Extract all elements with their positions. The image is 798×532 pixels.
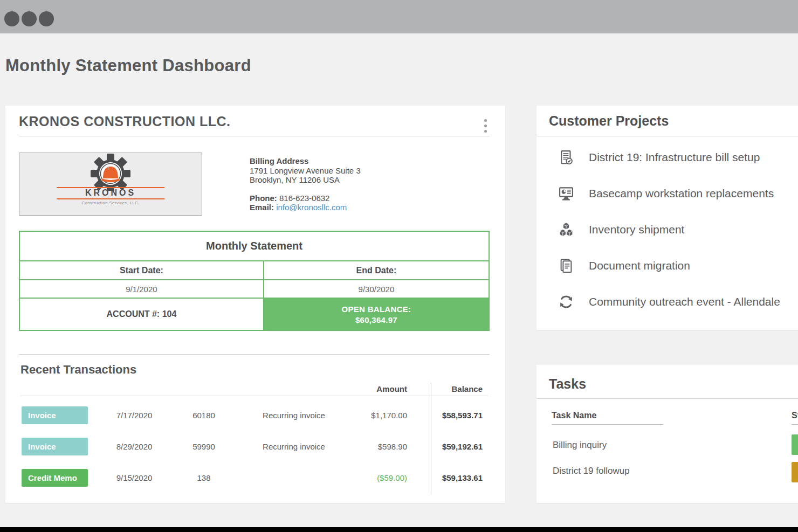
transaction-balance: $59,192.61 bbox=[431, 442, 488, 451]
customer-projects-heading: Customer Projects bbox=[549, 113, 669, 129]
transaction-balance: $58,593.71 bbox=[431, 411, 488, 420]
tasks-header-divider bbox=[536, 398, 798, 399]
project-item-label: District 19: Infrastructure bill setup bbox=[589, 151, 760, 164]
transactions-header-row: Amount Balance bbox=[20, 382, 488, 396]
projects-list: District 19: Infrastructure bill setup B… bbox=[536, 139, 798, 320]
company-logo: KRONOS Construction Services, LLC. bbox=[19, 153, 202, 216]
end-date-label: End Date: bbox=[264, 261, 489, 279]
start-date-label: Start Date: bbox=[20, 261, 264, 279]
transaction-number: 138 bbox=[181, 473, 227, 482]
monthly-statement-table: Monthly Statement Start Date: End Date: … bbox=[19, 231, 490, 331]
logo-company-name: KRONOS bbox=[57, 187, 164, 199]
bottom-bar bbox=[0, 527, 798, 532]
transaction-description: Recurring invoice bbox=[227, 442, 361, 451]
sync-arrows-icon bbox=[557, 293, 575, 311]
recent-transactions-heading: Recent Transactions bbox=[20, 363, 136, 377]
billing-email-line: Email: info@kronosllc.com bbox=[250, 203, 361, 212]
email-label: Email: bbox=[250, 203, 274, 212]
document-pages-icon bbox=[557, 257, 575, 275]
phone-value: 816-623-0632 bbox=[279, 194, 329, 203]
dashboard-screen: Monthly Statement Dashboard KRONOS CONST… bbox=[0, 0, 798, 532]
project-item-label: Document migration bbox=[589, 259, 690, 272]
task-status-badge[interactable] bbox=[792, 462, 798, 482]
transactions-table: Amount Balance Invoice 7/17/2020 60180 R… bbox=[20, 382, 488, 493]
transaction-description: Recurring invoice bbox=[227, 411, 361, 420]
open-balance-value: $60,364.97 bbox=[355, 315, 397, 324]
transaction-type-badge: Credit Memo bbox=[22, 469, 88, 487]
company-name: KRONOS CONSTRUCTION LLC. bbox=[19, 114, 231, 129]
inventory-boxes-icon bbox=[557, 220, 575, 239]
transaction-date: 7/17/2020 bbox=[88, 411, 181, 420]
amount-column-header: Amount bbox=[361, 384, 431, 393]
projects-header-divider bbox=[536, 136, 798, 136]
end-date-value: 9/30/2020 bbox=[264, 280, 489, 298]
status-underline bbox=[792, 424, 798, 425]
transaction-amount: ($59.00) bbox=[361, 473, 431, 482]
transaction-amount: $1,170.00 bbox=[361, 411, 431, 420]
customer-projects-card: Customer Projects District 19: Infrastru… bbox=[536, 106, 798, 330]
balance-column-divider bbox=[431, 383, 431, 495]
window-title-bar bbox=[0, 0, 798, 33]
tasks-card: Tasks Task Name Status Billing inquiry D… bbox=[536, 365, 798, 503]
open-balance-cell: OPEN BALANCE: $60,364.97 bbox=[264, 299, 489, 330]
transaction-type-badge: Invoice bbox=[22, 438, 88, 455]
billing-address-heading: Billing Address bbox=[250, 156, 361, 166]
window-control-dot-icon[interactable] bbox=[4, 11, 19, 26]
bill-document-check-icon bbox=[557, 148, 575, 167]
billing-address-block: Billing Address 1791 Longview Avenue Sui… bbox=[250, 156, 361, 212]
project-item[interactable]: Basecamp workstation replacements bbox=[536, 175, 798, 211]
project-item-label: Inventory shipment bbox=[589, 223, 684, 236]
statement-title: Monthly Statement bbox=[20, 232, 489, 261]
transaction-date: 8/29/2020 bbox=[88, 442, 181, 451]
open-balance-label: OPEN BALANCE: bbox=[341, 305, 411, 314]
statement-card: KRONOS CONSTRUCTION LLC. bbox=[5, 106, 505, 503]
transaction-row: Credit Memo 9/15/2020 138 ($59.00) $59,1… bbox=[20, 462, 488, 493]
billing-address-line1: 1791 Longview Avenue Suite 3 bbox=[250, 166, 361, 176]
logo-subtitle: Construction Services, LLC. bbox=[81, 201, 139, 205]
section-divider bbox=[19, 354, 490, 355]
project-item[interactable]: Inventory shipment bbox=[536, 211, 798, 247]
transaction-number: 59990 bbox=[181, 442, 227, 451]
billing-address-line2: Brooklyn, NY 11206 USA bbox=[250, 175, 361, 185]
project-item[interactable]: District 19: Infrastructure bill setup bbox=[536, 139, 798, 175]
transaction-row: Invoice 8/29/2020 59990 Recurring invoic… bbox=[20, 431, 488, 462]
balance-column-header: Balance bbox=[431, 384, 488, 393]
page-title: Monthly Statement Dashboard bbox=[5, 56, 251, 75]
phone-label: Phone: bbox=[250, 194, 277, 203]
kebab-menu-icon[interactable] bbox=[476, 118, 494, 134]
transaction-amount: $598.90 bbox=[361, 442, 431, 451]
task-name-column-header: Task Name bbox=[552, 411, 596, 420]
status-column-header: Status bbox=[792, 411, 798, 420]
project-item-label: Community outreach event - Allendale bbox=[589, 295, 780, 308]
task-row[interactable]: Billing inquiry bbox=[553, 440, 607, 451]
start-date-value: 9/1/2020 bbox=[20, 280, 264, 298]
header-divider bbox=[19, 136, 490, 136]
task-name-underline bbox=[552, 424, 663, 425]
account-number: ACCOUNT #: 104 bbox=[20, 299, 264, 330]
tasks-heading: Tasks bbox=[549, 376, 586, 392]
transaction-balance: $59,133.61 bbox=[431, 473, 488, 482]
transaction-row: Invoice 7/17/2020 60180 Recurring invoic… bbox=[20, 399, 488, 431]
project-item[interactable]: Community outreach event - Allendale bbox=[536, 284, 798, 320]
gear-helmet-logo-icon bbox=[57, 153, 164, 191]
transaction-date: 9/15/2020 bbox=[88, 473, 181, 482]
email-link[interactable]: info@kronosllc.com bbox=[276, 203, 347, 212]
task-row[interactable]: District 19 followup bbox=[553, 466, 630, 476]
task-status-badge[interactable] bbox=[792, 434, 798, 455]
transaction-number: 60180 bbox=[181, 411, 227, 420]
billing-phone-line: Phone: 816-623-0632 bbox=[250, 194, 361, 203]
project-item[interactable]: Document migration bbox=[536, 247, 798, 284]
window-control-dot-icon[interactable] bbox=[22, 11, 37, 26]
transaction-type-badge: Invoice bbox=[22, 406, 88, 424]
window-control-dot-icon[interactable] bbox=[39, 11, 54, 26]
workstation-monitor-icon bbox=[557, 184, 575, 203]
project-item-label: Basecamp workstation replacements bbox=[589, 187, 774, 200]
